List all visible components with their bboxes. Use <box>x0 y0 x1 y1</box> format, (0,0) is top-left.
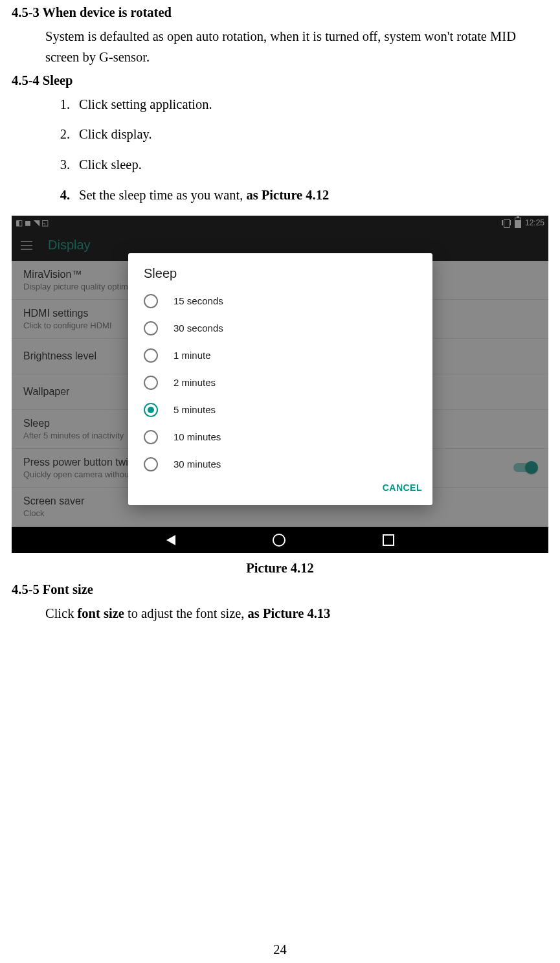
back-icon[interactable] <box>166 535 175 545</box>
option-label: 10 minutes <box>174 431 221 442</box>
option-30m[interactable]: 30 minutes <box>128 451 432 478</box>
radio-icon <box>144 457 158 471</box>
figure-caption-4-12: Picture 4.12 <box>12 561 548 576</box>
step-4-text: Set the sleep time as you want, <box>79 188 246 202</box>
step-1: Click setting application. <box>61 95 548 115</box>
option-label: 2 minutes <box>174 377 216 388</box>
option-label: 5 minutes <box>174 404 216 415</box>
step-2: Click display. <box>61 124 548 144</box>
txt: Click <box>45 606 78 620</box>
option-30s[interactable]: 30 seconds <box>128 315 432 342</box>
txt-bold: as Picture 4.13 <box>248 606 331 620</box>
page-number: 24 <box>12 942 548 957</box>
radio-icon <box>144 376 158 390</box>
option-label: 30 minutes <box>174 459 221 470</box>
radio-icon <box>144 294 158 308</box>
section-4-5-5-title: 4.5-5 Font size <box>12 582 548 597</box>
step-3: Click sleep. <box>61 155 548 175</box>
option-label: 30 seconds <box>174 323 223 334</box>
option-2m[interactable]: 2 minutes <box>128 369 432 396</box>
option-label: 1 minute <box>174 350 211 361</box>
option-5m[interactable]: 5 minutes <box>128 396 432 424</box>
sleep-dialog: Sleep 15 seconds 30 seconds 1 minute 2 m… <box>128 253 432 505</box>
dialog-title: Sleep <box>144 266 432 281</box>
home-icon[interactable] <box>273 534 286 547</box>
radio-icon <box>144 348 158 363</box>
step-4-ref: as Picture 4.12 <box>246 188 329 202</box>
radio-icon <box>144 430 158 444</box>
android-nav-bar <box>12 527 548 553</box>
figure-4-12-screenshot: ◧ ◼ ◥ ◱ 12:25 Display MiraVision™ Displa… <box>12 216 548 553</box>
radio-icon <box>144 321 158 335</box>
radio-icon-selected <box>144 403 158 417</box>
txt-bold: font size <box>78 606 124 620</box>
option-label: 15 seconds <box>174 295 223 306</box>
recents-icon[interactable] <box>383 534 394 546</box>
section-4-5-4-steps: Click setting application. Click display… <box>12 95 548 205</box>
section-4-5-3-title: 4.5-3 When device is rotated <box>12 5 548 20</box>
section-4-5-4-title: 4.5-4 Sleep <box>12 73 548 88</box>
step-4: Set the sleep time as you want, as Pictu… <box>61 185 548 205</box>
option-15s[interactable]: 15 seconds <box>128 288 432 315</box>
section-4-5-5-body: Click font size to adjust the font size,… <box>12 604 548 624</box>
option-10m[interactable]: 10 minutes <box>128 424 432 451</box>
txt: to adjust the font size, <box>124 606 248 620</box>
option-1m[interactable]: 1 minute <box>128 342 432 369</box>
section-4-5-3-body: System is defaulted as open auto rotatio… <box>12 27 548 68</box>
cancel-button[interactable]: CANCEL <box>383 482 422 493</box>
